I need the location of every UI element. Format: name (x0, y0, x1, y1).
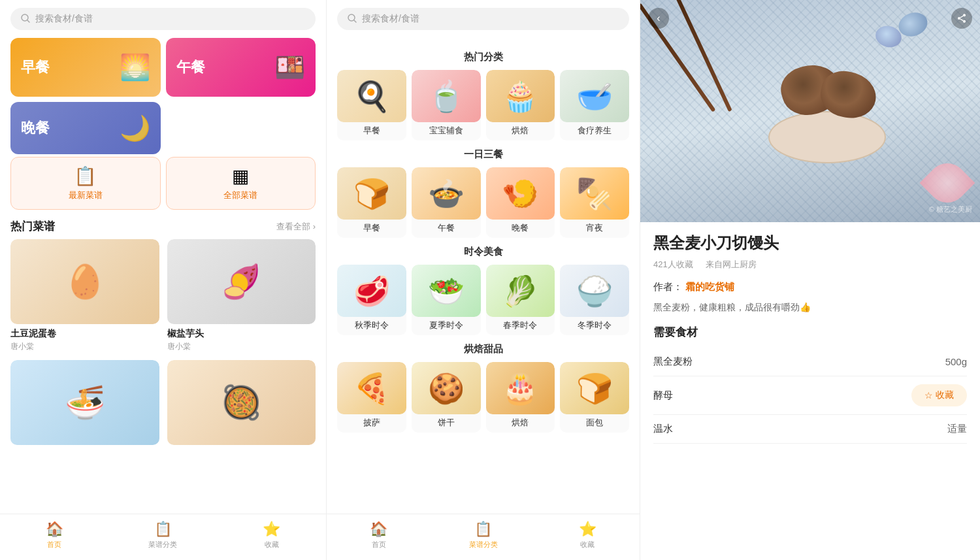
cat-img-suye: 🍢 (560, 167, 629, 220)
new-recipes-btn[interactable]: 📋 最新菜谱 (10, 157, 161, 210)
search-placeholder-p2: 搜索食材/食谱 (362, 13, 419, 25)
ingredient-row-2: 酵母 ☆ 收藏 (653, 376, 967, 415)
dinner-card[interactable]: 晚餐 🌙 (10, 102, 161, 154)
cat-label-zaochan: 早餐 (337, 122, 406, 140)
cat-grid-seasonal: 🥩 秋季时令 🥗 夏季时令 🥬 春季时令 🍚 冬季时令 (337, 265, 629, 335)
svg-line-3 (354, 20, 356, 22)
cat-item-xiaji[interactable]: 🥗 夏季时令 (412, 265, 481, 335)
dinner-icon: 🌙 (120, 114, 150, 142)
cat-item-zaochan[interactable]: 🍳 早餐 (337, 70, 406, 140)
cat-grid-meals: 🍞 早餐 🍲 午餐 🍤 晚餐 🍢 宵夜 (337, 167, 629, 238)
cat-grid-hot: 🍳 早餐 🍵 宝宝辅食 🧁 烘焙 🥣 食疗养生 (337, 70, 629, 140)
cat-item-mianbao[interactable]: 🍞 面包 (560, 362, 629, 433)
cat-img-wancan: 🍤 (486, 167, 555, 220)
nav-collect-p1[interactable]: ⭐ 收藏 (218, 521, 326, 550)
cat-item-suye[interactable]: 🍢 宵夜 (560, 167, 629, 238)
recipe-card-3[interactable]: 🍜 (10, 360, 159, 449)
author-name: 霜的吃货铺 (685, 281, 734, 292)
svg-line-7 (960, 19, 964, 21)
cat-item-wancan[interactable]: 🍤 晚餐 (486, 167, 555, 238)
back-button[interactable]: ‹ (648, 8, 669, 29)
category-label-p1: 菜谱分类 (148, 540, 177, 550)
cat-item-wucan[interactable]: 🍲 午餐 (412, 167, 481, 238)
recipe-name-1: 土豆泥蛋卷 (10, 328, 159, 340)
recipes-grid: 🥚 土豆泥蛋卷 唐小棠 🍠 椒盐芋头 唐小棠 🍜 🥘 (0, 239, 326, 449)
cat-label-baobao: 宝宝辅食 (412, 122, 481, 140)
cat-label-mianbao: 面包 (560, 414, 629, 433)
cat-item-zaochan2[interactable]: 🍞 早餐 (337, 167, 406, 238)
cat-label-pizza: 披萨 (337, 414, 406, 433)
all-recipes-label: 全部菜谱 (223, 189, 257, 201)
cat-title-meals: 一日三餐 (337, 148, 629, 161)
cat-item-qiuji[interactable]: 🥩 秋季时令 (337, 265, 406, 335)
recipe-author-1: 唐小棠 (10, 341, 159, 352)
recipe-image-1: 🥚 (10, 239, 159, 324)
cat-img-zaochan2: 🍞 (337, 167, 406, 220)
collect-icon-p1: ⭐ (263, 521, 280, 538)
new-recipes-icon: 📋 (74, 165, 97, 187)
svg-point-6 (963, 20, 966, 23)
cat-item-baobao[interactable]: 🍵 宝宝辅食 (412, 70, 481, 140)
cat-item-dongji[interactable]: 🍚 冬季时令 (560, 265, 629, 335)
recipe-card-1[interactable]: 🥚 土豆泥蛋卷 唐小棠 (10, 239, 159, 352)
nav-collect-p2[interactable]: ⭐ 收藏 (535, 521, 640, 550)
nav-category-p1[interactable]: 📋 菜谱分类 (108, 521, 217, 550)
see-all-btn[interactable]: 查看全部 › (276, 221, 316, 233)
cat-item-shiliao[interactable]: 🥣 食疗养生 (560, 70, 629, 140)
recipe-description: 黑全麦粉，健康粗粮，成品很有嚼劲👍 (653, 300, 967, 314)
recipe-card-2[interactable]: 🍠 椒盐芋头 唐小棠 (167, 239, 316, 352)
cat-label-dongji: 冬季时令 (560, 317, 629, 335)
ingredient-name-2: 酵母 (653, 389, 673, 402)
cat-img-shiliao: 🥣 (560, 70, 629, 122)
home-icon-p2: 🏠 (370, 521, 387, 538)
nav-home-p2[interactable]: 🏠 首页 (327, 521, 431, 550)
recipe-image-4: 🥘 (167, 360, 316, 445)
dinner-label: 晚餐 (21, 118, 50, 138)
recipe-saves: 421人收藏 (653, 259, 693, 269)
cat-img-chunji: 🥬 (486, 265, 555, 317)
collect-button[interactable]: ☆ 收藏 (911, 384, 967, 406)
cat-img-hongbei2: 🎂 (486, 362, 555, 414)
nav-home-p1[interactable]: 🏠 首页 (0, 521, 108, 550)
svg-line-1 (27, 20, 29, 22)
ingredient-row-1: 黑全麦粉 500g (653, 348, 967, 376)
home-label-p1: 首页 (47, 540, 61, 550)
breakfast-label: 早餐 (21, 58, 50, 77)
all-recipes-btn[interactable]: ▦ 全部菜谱 (166, 157, 316, 210)
cat-item-hongbei2[interactable]: 🎂 烘焙 (486, 362, 555, 433)
cat-label-hongbei2: 烘焙 (486, 414, 555, 433)
cat-label-qiuji: 秋季时令 (337, 317, 406, 335)
bread-bowl (762, 59, 892, 163)
ingredient-amount-1: 500g (945, 356, 967, 367)
new-recipes-label: 最新菜谱 (69, 189, 103, 201)
lunch-label: 午餐 (176, 58, 205, 77)
search-bar-p1[interactable]: 搜索食材/食谱 (10, 8, 316, 30)
cat-img-binggan: 🍪 (412, 362, 481, 414)
cat-label-wancan: 晚餐 (486, 220, 555, 238)
recipe-hero: ‹ © 糖艺之美厨 (640, 0, 980, 222)
svg-point-4 (963, 14, 966, 16)
cat-img-qiuji: 🥩 (337, 265, 406, 317)
cat-item-chunji[interactable]: 🥬 春季时令 (486, 265, 555, 335)
meal-grid: 早餐 🌅 午餐 🍱 晚餐 🌙 (0, 38, 326, 162)
search-bar-p2[interactable]: 搜索食材/食谱 (337, 8, 629, 30)
cat-item-binggan[interactable]: 🍪 饼干 (412, 362, 481, 433)
recipe-card-4[interactable]: 🥘 (167, 360, 316, 449)
cat-label-hongbei: 烘焙 (486, 122, 555, 140)
nav-category-p2[interactable]: 📋 菜谱分类 (431, 521, 536, 550)
share-icon (956, 13, 967, 24)
cat-item-hongbei[interactable]: 🧁 烘焙 (486, 70, 555, 140)
panel-home: 搜索食材/食谱 早餐 🌅 午餐 🍱 晚餐 🌙 📋 最新菜谱 ▦ 全部菜谱 (0, 0, 327, 560)
cat-label-binggan: 饼干 (412, 414, 481, 433)
cat-grid-baking: 🍕 披萨 🍪 饼干 🎂 烘焙 🍞 面包 (337, 362, 629, 433)
collect-icon-p2: ⭐ (579, 521, 596, 538)
cat-img-hongbei: 🧁 (486, 70, 555, 122)
breakfast-card[interactable]: 早餐 🌅 (10, 38, 161, 97)
lunch-card[interactable]: 午餐 🍱 (166, 38, 316, 97)
bottom-nav-p2: 🏠 首页 📋 菜谱分类 ⭐ 收藏 (327, 514, 640, 560)
lunch-icon: 🍱 (274, 53, 305, 82)
cat-title-seasonal: 时令美食 (337, 246, 629, 258)
star-icon: ☆ (924, 390, 933, 401)
share-button[interactable] (951, 8, 972, 29)
cat-item-pizza[interactable]: 🍕 披萨 (337, 362, 406, 433)
